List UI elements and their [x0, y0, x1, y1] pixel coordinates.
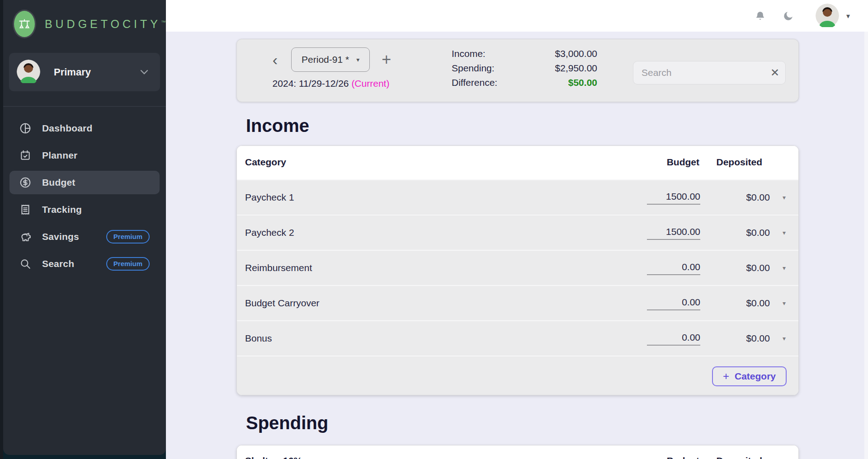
period-toolbar: ‹ Period-91 * ▾ + 2024: 11/29-12/26 (Cur…: [236, 39, 799, 102]
premium-badge: Premium: [106, 230, 150, 244]
period-dropdown-button[interactable]: Period-91 * ▾: [291, 47, 370, 72]
sidebar-item-dashboard[interactable]: Dashboard: [9, 117, 160, 140]
category-name: Budget Carryover: [245, 298, 320, 309]
sidebar-item-budget[interactable]: Budget: [9, 171, 160, 194]
caret-down-icon: ▾: [783, 264, 786, 272]
sidebar: BUDGETOCITY™ Primary Da: [3, 0, 166, 455]
brand-trademark: ™: [161, 19, 166, 24]
brand: BUDGETOCITY™: [3, 0, 166, 37]
income-table: Category Budget Deposited Paycheck 1 $0.…: [236, 145, 799, 395]
main-content: ‹ Period-91 * ▾ + 2024: 11/29-12/26 (Cur…: [166, 32, 868, 459]
difference-value: $50.00: [568, 75, 597, 90]
spending-table: Shelter: 16% Budget Deposited: [236, 445, 799, 459]
budget-amount-input[interactable]: [647, 332, 700, 346]
caret-down-icon: ▾: [783, 194, 786, 201]
column-category: Category: [245, 157, 286, 168]
period-selector-group: ‹ Period-91 * ▾ + 2024: 11/29-12/26 (Cur…: [263, 47, 399, 89]
profile-switcher[interactable]: Primary: [9, 53, 160, 91]
add-period-button[interactable]: +: [382, 52, 391, 68]
table-row: Reimbursement $0.00 ▾: [237, 250, 798, 285]
pie-chart-icon: [19, 122, 31, 134]
category-name: Paycheck 1: [245, 192, 294, 203]
receipt-icon: [19, 204, 31, 215]
category-name: Reimbursement: [245, 262, 312, 273]
spending-table-header: Shelter: 16% Budget Deposited: [237, 445, 798, 459]
profile-name: Primary: [54, 66, 91, 78]
budget-amount-input[interactable]: [647, 226, 700, 240]
budget-amount-input[interactable]: [647, 297, 700, 310]
table-row: Bonus $0.00 ▾: [237, 320, 798, 356]
dark-mode-moon-icon[interactable]: [783, 10, 794, 22]
app-window: BUDGETOCITY™ Primary Da: [0, 0, 868, 459]
premium-badge: Premium: [106, 257, 150, 271]
clear-search-icon[interactable]: ✕: [770, 66, 779, 79]
summary-row-income: Income: $3,000.00: [452, 47, 597, 61]
spending-section-title: Spending: [246, 413, 328, 433]
profile-avatar: [17, 60, 40, 85]
notifications-bell-icon[interactable]: [755, 10, 765, 22]
table-row: Paycheck 2 $0.00 ▾: [237, 215, 798, 250]
brand-name: BUDGETOCITY™: [45, 18, 166, 31]
caret-down-icon: ▾: [783, 229, 786, 236]
table-row: Budget Carryover $0.00 ▾: [237, 285, 798, 320]
sidebar-item-planner[interactable]: Planner: [9, 144, 160, 167]
income-table-header: Category Budget Deposited: [237, 146, 798, 179]
column-deposited: Deposited: [716, 455, 762, 459]
caret-down-icon: ▾: [783, 300, 786, 307]
add-category-button[interactable]: + Category: [712, 366, 787, 386]
search-box: ✕: [633, 61, 786, 84]
summary-row-spending: Spending: $2,950.00: [452, 61, 597, 75]
sidebar-item-savings[interactable]: Savings Premium: [9, 225, 160, 248]
caret-down-icon: ▾: [783, 335, 786, 342]
sidebar-item-tracking[interactable]: Tracking: [9, 198, 160, 221]
category-name: Paycheck 2: [245, 227, 294, 238]
column-budget: Budget: [667, 455, 699, 459]
income-table-footer: + Category: [237, 356, 798, 395]
deposited-dropdown[interactable]: $0.00 ▾: [746, 333, 786, 344]
deposited-dropdown[interactable]: $0.00 ▾: [746, 262, 786, 273]
summary-row-difference: Difference: $50.00: [452, 75, 597, 90]
category-name: Bonus: [245, 333, 272, 344]
scrollbar[interactable]: [864, 32, 868, 459]
brand-logo-scale-icon: [14, 11, 35, 37]
user-avatar[interactable]: [816, 4, 839, 28]
spending-group-label: Shelter: 16%: [245, 455, 302, 459]
period-summary: Income: $3,000.00 Spending: $2,950.00 Di…: [452, 47, 597, 90]
search-icon: [19, 258, 31, 270]
dollar-circle-icon: [19, 177, 31, 188]
income-section-title: Income: [246, 116, 309, 136]
piggy-bank-icon: [19, 231, 31, 243]
deposited-dropdown[interactable]: $0.00 ▾: [746, 192, 786, 203]
period-date-range: 2024: 11/29-12/26 (Current): [263, 78, 399, 89]
caret-down-icon: ▾: [356, 56, 359, 63]
plus-icon: +: [723, 370, 729, 383]
sidebar-item-search[interactable]: Search Premium: [9, 252, 160, 276]
column-deposited: Deposited: [716, 157, 762, 168]
period-name: Period-91 *: [302, 54, 349, 65]
sidebar-nav: Dashboard Planner Budget Tracking: [3, 117, 166, 279]
budget-amount-input[interactable]: [647, 262, 700, 275]
table-row: Paycheck 1 $0.00 ▾: [237, 179, 798, 215]
deposited-dropdown[interactable]: $0.00 ▾: [746, 227, 786, 238]
deposited-dropdown[interactable]: $0.00 ▾: [746, 298, 786, 309]
current-period-tag: (Current): [351, 78, 389, 89]
column-budget: Budget: [667, 157, 699, 168]
previous-period-chevron-icon[interactable]: ‹: [271, 52, 279, 67]
sidebar-divider: [3, 106, 166, 107]
budget-amount-input[interactable]: [647, 191, 700, 205]
left-edge-strip: [0, 0, 3, 459]
chevron-down-icon[interactable]: [140, 68, 148, 76]
search-input[interactable]: [633, 61, 786, 84]
topbar: ▾: [166, 0, 868, 32]
account-menu-caret-icon[interactable]: ▾: [846, 12, 850, 20]
calendar-check-icon: [19, 150, 31, 161]
